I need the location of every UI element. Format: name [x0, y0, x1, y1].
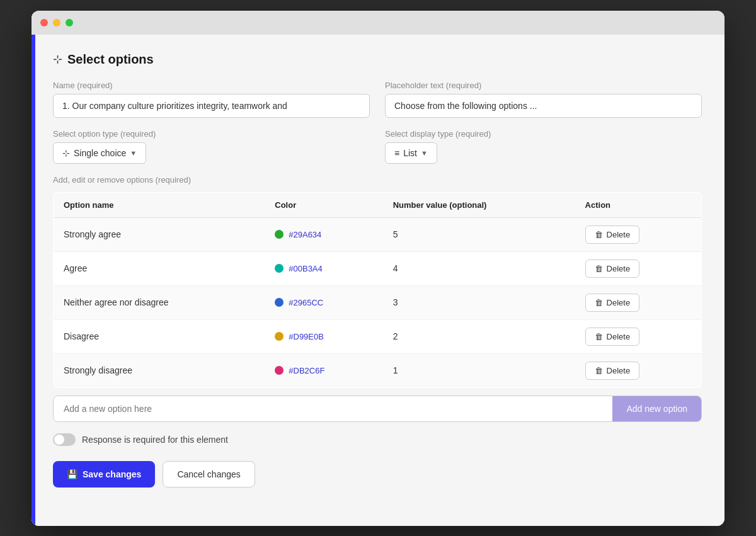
- color-dot: [275, 264, 284, 273]
- option-display-type-row: Select option type (required) ⊹ Single c…: [53, 129, 702, 164]
- trash-icon: 🗑: [595, 332, 603, 341]
- required-toggle-label: Response is required for this element: [82, 435, 228, 445]
- table-row: Strongly agree #29A634 5 🗑 Delete: [54, 217, 702, 251]
- delete-label: Delete: [607, 366, 631, 375]
- option-name-cell: Agree: [54, 251, 265, 285]
- color-cell: #00B3A4: [265, 251, 382, 285]
- trash-icon: 🗑: [595, 298, 603, 307]
- name-field-group: Name (required): [53, 81, 370, 118]
- option-type-label: Select option type (required): [53, 129, 370, 139]
- maximize-button[interactable]: [66, 19, 73, 26]
- save-button[interactable]: 💾 Save changes: [53, 461, 155, 488]
- action-buttons: 💾 Save changes Cancel changes: [53, 461, 702, 488]
- delete-button[interactable]: 🗑 Delete: [585, 259, 640, 278]
- col-action: Action: [575, 192, 702, 217]
- option-name-cell: Strongly disagree: [54, 353, 265, 387]
- display-type-label: Select display type (required): [385, 129, 702, 139]
- name-placeholder-row: Name (required) Placeholder text (requir…: [53, 81, 702, 118]
- required-toggle-row: Response is required for this element: [53, 433, 702, 446]
- save-icon: 💾: [67, 469, 77, 479]
- delete-button[interactable]: 🗑 Delete: [585, 294, 640, 312]
- color-label: #DB2C6F: [289, 366, 324, 375]
- trash-icon: 🗑: [595, 230, 603, 239]
- page-title: Select options: [67, 52, 154, 67]
- action-cell: 🗑 Delete: [575, 251, 702, 285]
- col-color: Color: [265, 192, 382, 217]
- option-type-group: Select option type (required) ⊹ Single c…: [53, 129, 370, 164]
- chevron-down-icon-2: ▼: [421, 149, 428, 157]
- table-row: Disagree #D99E0B 2 🗑 Delete: [54, 319, 702, 353]
- color-label: #29A634: [289, 230, 321, 239]
- color-cell: #DB2C6F: [265, 353, 382, 387]
- delete-button[interactable]: 🗑 Delete: [585, 225, 640, 244]
- display-type-value: List: [403, 148, 417, 158]
- close-button[interactable]: [40, 19, 48, 26]
- color-label: #D99E0B: [289, 332, 324, 341]
- delete-label: Delete: [607, 332, 631, 341]
- action-cell: 🗑 Delete: [575, 353, 702, 387]
- option-type-dropdown[interactable]: ⊹ Single choice ▼: [53, 142, 146, 164]
- action-cell: 🗑 Delete: [575, 319, 702, 353]
- action-cell: 🗑 Delete: [575, 217, 702, 251]
- cancel-button[interactable]: Cancel changes: [163, 461, 255, 488]
- content-area: ⊹ Select options Name (required) Placeho…: [32, 35, 724, 526]
- option-name-cell: Strongly agree: [54, 217, 265, 251]
- color-dot: [275, 230, 284, 239]
- add-new-option-button[interactable]: Add new option: [612, 396, 701, 421]
- delete-button[interactable]: 🗑 Delete: [585, 328, 640, 346]
- options-table: Option name Color Number value (optional…: [53, 192, 702, 388]
- color-cell: #D99E0B: [265, 319, 382, 353]
- color-label: #2965CC: [289, 298, 323, 307]
- delete-button[interactable]: 🗑 Delete: [585, 362, 640, 380]
- chevron-down-icon: ▼: [130, 149, 137, 157]
- options-section-label: Add, edit or remove options (required): [53, 175, 702, 185]
- window: ⊹ Select options Name (required) Placeho…: [32, 11, 724, 526]
- color-label: #00B3A4: [289, 264, 323, 273]
- table-row: Neither agree nor disagree #2965CC 3 🗑 D…: [54, 285, 702, 319]
- color-dot: [275, 366, 284, 375]
- trash-icon: 🗑: [595, 264, 603, 273]
- delete-label: Delete: [607, 264, 631, 273]
- select-icon: ⊹: [53, 52, 62, 66]
- option-name-cell: Disagree: [54, 319, 265, 353]
- display-type-dropdown[interactable]: ≡ List ▼: [385, 142, 437, 164]
- option-name-cell: Neither agree nor disagree: [54, 285, 265, 319]
- single-choice-icon: ⊹: [62, 148, 70, 158]
- minimize-button[interactable]: [53, 19, 60, 26]
- option-type-value: Single choice: [74, 148, 126, 158]
- table-header-row: Option name Color Number value (optional…: [54, 192, 702, 217]
- placeholder-field-group: Placeholder text (required): [385, 81, 702, 118]
- list-icon: ≡: [394, 148, 399, 158]
- display-type-group: Select display type (required) ≡ List ▼: [385, 129, 702, 164]
- add-option-row: Add new option: [53, 396, 702, 422]
- number-value-cell: 3: [383, 285, 575, 319]
- required-toggle[interactable]: [53, 433, 76, 446]
- color-cell: #2965CC: [265, 285, 382, 319]
- delete-label: Delete: [607, 298, 631, 307]
- col-number-value: Number value (optional): [383, 192, 575, 217]
- color-dot: [275, 298, 284, 307]
- number-value-cell: 2: [383, 319, 575, 353]
- col-option-name: Option name: [54, 192, 265, 217]
- color-dot: [275, 332, 284, 341]
- color-cell: #29A634: [265, 217, 382, 251]
- placeholder-input[interactable]: [385, 94, 702, 118]
- titlebar: [32, 11, 724, 35]
- page-header: ⊹ Select options: [53, 52, 702, 67]
- placeholder-label: Placeholder text (required): [385, 81, 702, 90]
- number-value-cell: 4: [383, 251, 575, 285]
- trash-icon: 🗑: [595, 366, 603, 375]
- name-label: Name (required): [53, 81, 370, 90]
- add-option-input[interactable]: [54, 396, 612, 421]
- name-input[interactable]: [53, 94, 370, 118]
- save-label: Save changes: [83, 469, 141, 479]
- number-value-cell: 1: [383, 353, 575, 387]
- number-value-cell: 5: [383, 217, 575, 251]
- table-row: Agree #00B3A4 4 🗑 Delete: [54, 251, 702, 285]
- main-panel: ⊹ Select options Name (required) Placeho…: [35, 35, 724, 526]
- table-row: Strongly disagree #DB2C6F 1 🗑 Delete: [54, 353, 702, 387]
- action-cell: 🗑 Delete: [575, 285, 702, 319]
- delete-label: Delete: [607, 230, 631, 239]
